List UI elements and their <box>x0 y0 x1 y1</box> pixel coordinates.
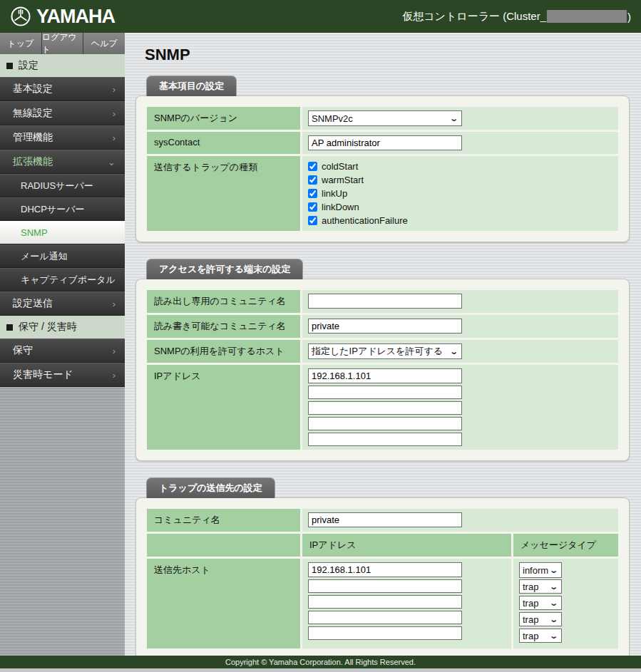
section-access-panel: 読み出し専用のコミュニティ名 読み書き可能なコミュニティ名 SNMPの利用を許可… <box>135 279 630 461</box>
sidebar-section-maintenance: 保守 / 災害時 <box>0 316 125 338</box>
nav-tab-logout[interactable]: ログアウト <box>42 33 84 54</box>
sidebar-section-settings: 設定 <box>0 54 125 77</box>
trap-msgtype-select-5[interactable]: trap ⌄ <box>519 629 562 643</box>
trap-linkdown-option: linkDown <box>308 200 612 214</box>
trap-host-ip-input-2[interactable] <box>308 579 462 593</box>
access-settings-table: 読み出し専用のコミュニティ名 読み書き可能なコミュニティ名 SNMPの利用を許可… <box>147 288 618 452</box>
chevron-right-icon: › <box>113 85 116 94</box>
nav-tab-top[interactable]: トップ <box>0 33 42 54</box>
trap-msgtype-select-2[interactable]: trap ⌄ <box>519 579 562 594</box>
allowed-ip-input-5[interactable] <box>308 433 462 446</box>
nav-tabs: トップ ログアウト ヘルプ <box>0 33 125 54</box>
table-header-row: IPアドレス メッセージタイプ <box>147 534 618 557</box>
sidebar-item-extended-functions[interactable]: 拡張機能 ⌄ <box>0 150 125 174</box>
sidebar-item-wireless-settings[interactable]: 無線設定 › <box>0 101 125 125</box>
table-row: IPアドレス <box>147 365 618 450</box>
sidebar-subitem-label: DHCPサーバー <box>21 203 84 216</box>
trap-linkdown-label: linkDown <box>322 202 359 212</box>
ro-community-input[interactable] <box>308 294 462 309</box>
sidebar-subitem-captive-portal[interactable]: キャプティブポータル <box>0 268 125 291</box>
trap-msgtype-select-3[interactable]: trap ⌄ <box>519 596 562 610</box>
trap-msgtype-selected-value: trap <box>523 598 538 609</box>
section-access-title: アクセスを許可する端末の設定 <box>146 259 303 279</box>
allowed-ip-input-2[interactable] <box>308 386 462 399</box>
sidebar-section-label: 設定 <box>19 59 39 72</box>
sidebar-item-config-send[interactable]: 設定送信 › <box>0 291 125 316</box>
trap-types-label: 送信するトラップの種類 <box>147 156 302 231</box>
sidebar-subitem-label: メール通知 <box>21 250 68 263</box>
chevron-right-icon: › <box>113 346 116 356</box>
sidebar-item-disaster-mode[interactable]: 災害時モード › <box>0 363 125 387</box>
trap-linkup-label: linkUp <box>322 188 347 199</box>
trap-warmstart-checkbox[interactable] <box>308 175 317 185</box>
sidebar-subitem-dhcp-server[interactable]: DHCPサーバー <box>0 197 125 221</box>
trap-host-ip-input-1[interactable] <box>308 562 462 577</box>
square-bullet-icon <box>6 63 13 69</box>
yamaha-logo-icon <box>10 6 31 27</box>
allowed-host-selected-value: 指定したIPアドレスを許可する <box>312 345 443 358</box>
sidebar-item-management[interactable]: 管理機能 › <box>0 125 125 150</box>
chevron-right-icon: › <box>113 109 116 118</box>
main-content: SNMP 基本項目の設定 SNMPのバージョン SNMPv2c ⌄ <box>125 33 641 656</box>
chevron-down-icon: ⌄ <box>449 347 458 356</box>
trap-header-empty-cell <box>147 534 302 557</box>
rw-community-input[interactable] <box>308 319 462 334</box>
snmp-version-label: SNMPのバージョン <box>147 107 302 130</box>
allowed-ip-input-1[interactable] <box>308 368 462 383</box>
controller-title-suffix: ) <box>627 11 631 23</box>
trap-msgtype-selected-value: trap <box>523 614 538 625</box>
syscontact-input[interactable] <box>308 135 462 150</box>
trap-coldstart-option: coldStart <box>308 160 612 173</box>
trap-warmstart-option: warmStart <box>308 173 612 187</box>
sidebar-item-label: 基本設定 <box>13 83 53 95</box>
chevron-right-icon: › <box>113 371 116 380</box>
snmp-version-select[interactable]: SNMPv2c ⌄ <box>308 110 462 126</box>
trap-host-ip-input-3[interactable] <box>308 595 462 609</box>
sidebar-subitem-radius-server[interactable]: RADIUSサーバー <box>0 174 125 197</box>
trap-msgtype-selected-value: trap <box>523 631 538 641</box>
allowed-ip-input-4[interactable] <box>308 417 462 430</box>
sidebar-item-label: 拡張機能 <box>13 155 53 168</box>
sidebar-item-maintenance[interactable]: 保守 › <box>0 338 125 363</box>
controller-title-text: 仮想コントローラー (Cluster_ <box>402 10 546 24</box>
controller-title: 仮想コントローラー (Cluster_ ) <box>402 10 631 24</box>
section-basic-panel: SNMPのバージョン SNMPv2c ⌄ sysContact <box>135 95 630 242</box>
sidebar: トップ ログアウト ヘルプ 設定 基本設定 › 無線設定 › 管理機能 › 拡張… <box>0 33 125 656</box>
trap-linkup-checkbox[interactable] <box>308 189 317 198</box>
table-row: SNMPのバージョン SNMPv2c ⌄ <box>147 107 618 130</box>
sidebar-item-label: 無線設定 <box>13 107 53 120</box>
nav-tab-help[interactable]: ヘルプ <box>83 33 125 54</box>
trap-authfailure-checkbox[interactable] <box>308 216 317 225</box>
section-basic-title: 基本項目の設定 <box>146 76 237 96</box>
trap-msgtype-select-1[interactable]: inform ⌄ <box>519 562 562 578</box>
trap-host-ip-input-5[interactable] <box>308 626 462 640</box>
table-row: 読み出し専用のコミュニティ名 <box>147 290 618 313</box>
sidebar-item-basic-settings[interactable]: 基本設定 › <box>0 77 125 101</box>
section-trap-title: トラップの送信先の設定 <box>146 477 275 498</box>
sidebar-subitem-label: RADIUSサーバー <box>21 180 93 192</box>
square-bullet-icon <box>6 324 13 331</box>
app-header: YAMAHA 仮想コントローラー (Cluster_ ) <box>0 0 641 33</box>
ro-community-label: 読み出し専用のコミュニティ名 <box>147 290 302 313</box>
trap-host-ip-input-4[interactable] <box>308 611 462 624</box>
footer: Copyright © Yamaha Corporation. All Righ… <box>0 656 641 668</box>
trap-coldstart-checkbox[interactable] <box>308 162 317 171</box>
ip-address-label: IPアドレス <box>147 365 302 450</box>
sidebar-item-label: 保守 <box>13 344 33 357</box>
trap-msgtype-select-4[interactable]: trap ⌄ <box>519 612 562 626</box>
brand-text: YAMAHA <box>36 6 115 28</box>
sidebar-subitem-mail-notification[interactable]: メール通知 <box>0 244 125 268</box>
trap-settings-table: コミュニティ名 IPアドレス メッセージタイプ 送信先ホスト <box>147 507 618 651</box>
chevron-down-icon: ⌄ <box>108 157 116 167</box>
chevron-down-icon: ⌄ <box>549 599 558 608</box>
basic-settings-table: SNMPのバージョン SNMPv2c ⌄ sysContact <box>147 105 618 233</box>
table-row: 読み書き可能なコミュニティ名 <box>147 315 618 338</box>
trap-linkdown-checkbox[interactable] <box>308 202 317 212</box>
allowed-ip-input-3[interactable] <box>308 401 462 415</box>
chevron-down-icon: ⌄ <box>549 631 558 641</box>
allowed-host-select[interactable]: 指定したIPアドレスを許可する ⌄ <box>308 343 462 359</box>
trap-community-input[interactable] <box>308 512 462 527</box>
table-row: SNMPの利用を許可するホスト 指定したIPアドレスを許可する ⌄ <box>147 340 618 363</box>
sidebar-subitem-snmp[interactable]: SNMP <box>0 221 125 244</box>
section-basic-settings: 基本項目の設定 SNMPのバージョン SNMPv2c ⌄ <box>135 76 630 242</box>
